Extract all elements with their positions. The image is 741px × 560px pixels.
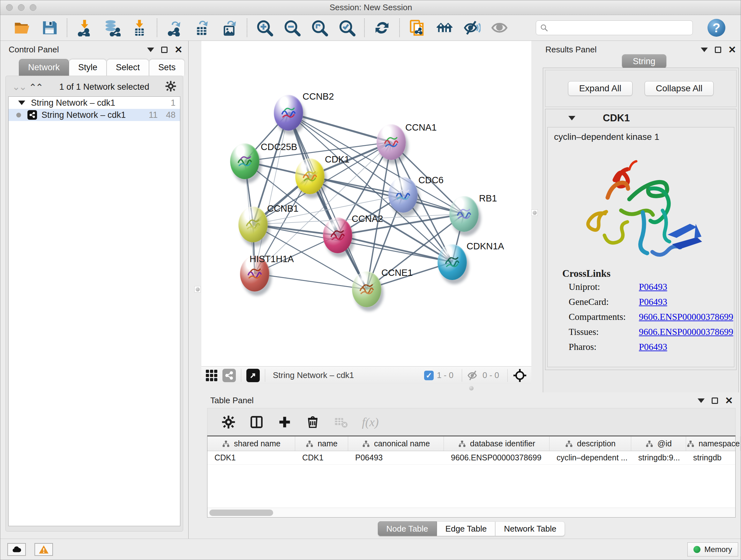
hide-glass-eye-button[interactable] [463, 19, 481, 37]
crosslink-link[interactable]: 9606.ENSP00000378699 [639, 327, 733, 337]
table-options-gear-icon[interactable] [221, 415, 235, 429]
table-row[interactable]: CDK1CDK1P064939606.ENSP00000378699cyclin… [207, 451, 735, 464]
table-horizontal-scrollbar[interactable] [207, 508, 735, 517]
crosslink-link[interactable]: 9606.ENSP00000378699 [639, 312, 733, 322]
birds-eye-view-icon[interactable] [206, 370, 217, 381]
network-node-CCNA1[interactable] [377, 124, 406, 160]
tab-network-table[interactable]: Network Table [495, 521, 565, 536]
import-network-from-database-button[interactable] [103, 19, 121, 37]
network-node-CCNB2[interactable] [274, 95, 303, 131]
panel-float-icon[interactable] [712, 397, 718, 404]
column-header-@id[interactable]: @id [631, 436, 686, 451]
table-cell[interactable]: P06493 [348, 451, 444, 464]
tab-sets[interactable]: Sets [149, 59, 185, 76]
import-table-button[interactable] [131, 19, 148, 37]
crosslink-link[interactable]: P06493 [639, 282, 667, 292]
network-collection-row[interactable]: String Network – cdk1 1 [9, 97, 180, 109]
collapse-all-icon[interactable]: ⌄⌄ [12, 83, 25, 91]
column-header-namespace[interactable]: namespace [686, 436, 740, 451]
column-header-description[interactable]: description [549, 436, 631, 451]
tab-network[interactable]: Network [19, 59, 69, 76]
panel-close-icon[interactable]: ✕ [728, 47, 736, 53]
network-edge-CCNB2-HIST1H1A[interactable] [255, 113, 288, 273]
tab-node-table[interactable]: Node Table [378, 521, 437, 536]
panel-menu-icon[interactable] [701, 48, 708, 52]
table-cell[interactable]: stringdb:9... [631, 451, 686, 464]
column-header-shared-name[interactable]: shared name [207, 436, 295, 451]
close-window-icon[interactable] [6, 4, 13, 11]
show-eye-button[interactable] [490, 19, 509, 37]
zoom-window-icon[interactable] [30, 4, 37, 11]
panel-close-icon[interactable]: ✕ [725, 397, 733, 404]
cloud-button[interactable] [7, 543, 26, 556]
network-edge-HIST1H1A-CCNE1[interactable] [255, 273, 367, 289]
string-home-button[interactable] [435, 19, 454, 37]
collapse-gene-icon[interactable] [568, 116, 576, 120]
network-node-RB1[interactable] [449, 196, 479, 232]
zoom-out-button[interactable] [283, 19, 301, 37]
collapse-tree-icon[interactable] [18, 101, 25, 105]
network-node-CDC25B[interactable] [230, 143, 259, 179]
export-table-button[interactable] [193, 19, 211, 37]
network-row-selected[interactable]: String Network – cdk1 11 48 [9, 109, 180, 121]
panel-float-icon[interactable] [161, 47, 167, 53]
help-icon[interactable]: ? [708, 19, 725, 37]
network-overview-icon[interactable] [222, 369, 236, 382]
memory-button[interactable]: Memory [687, 543, 738, 557]
panel-menu-icon[interactable] [147, 48, 154, 52]
table-cell[interactable]: CDK1 [295, 451, 348, 464]
crosslink-link[interactable]: P06493 [639, 341, 667, 352]
panel-close-icon[interactable]: ✕ [175, 47, 183, 53]
delete-column-trash-icon[interactable] [306, 415, 320, 429]
expand-all-button[interactable]: Expand All [568, 81, 632, 96]
network-node-CDC6[interactable] [388, 177, 418, 212]
zoom-selected-button[interactable] [338, 19, 356, 37]
crosslink-link[interactable]: P06493 [639, 297, 667, 307]
minimize-window-icon[interactable] [18, 4, 24, 11]
export-image-button[interactable] [220, 19, 239, 37]
table-cell[interactable]: CDK1 [207, 451, 295, 464]
table-cell[interactable]: 9606.ENSP00000378699 [444, 451, 549, 464]
create-column-plus-icon[interactable] [278, 415, 292, 429]
right-splitter[interactable] [531, 41, 540, 384]
show-columns-icon[interactable] [250, 415, 264, 429]
export-network-button[interactable] [165, 19, 184, 37]
warnings-button[interactable] [35, 543, 53, 556]
column-header-canonical-name[interactable]: canonical name [348, 436, 444, 451]
search-input[interactable] [548, 23, 685, 32]
network-canvas[interactable]: CCNB2 CCNA1 CDC25B CDK1 CDC6 [201, 41, 531, 366]
refresh-styles-button[interactable] [373, 19, 391, 37]
collapse-all-button[interactable]: Collapse All [645, 81, 714, 96]
left-splitter-handle[interactable] [194, 286, 201, 293]
column-header-name[interactable]: name [295, 436, 348, 451]
open-session-button[interactable] [13, 19, 31, 37]
table-cell[interactable]: stringdb [686, 451, 740, 464]
tab-style[interactable]: Style [69, 59, 107, 76]
network-node-CCNA2[interactable] [323, 217, 352, 253]
tab-string[interactable]: String [622, 54, 666, 68]
expand-all-icon[interactable]: ⌄⌄ [30, 83, 44, 91]
clone-network-button[interactable] [408, 19, 426, 37]
zoom-fit-button[interactable] [311, 19, 328, 37]
tab-edge-table[interactable]: Edge Table [437, 521, 495, 536]
network-edge-CCNB2-CCNE1[interactable] [288, 113, 367, 289]
tab-select[interactable]: Select [107, 59, 149, 76]
zoom-in-button[interactable] [256, 19, 273, 37]
scrollbar-thumb[interactable] [209, 509, 273, 516]
function-builder-fx[interactable]: f(x) [362, 415, 379, 429]
network-options-gear-icon[interactable] [165, 80, 177, 93]
network-node-CCNB1[interactable] [239, 206, 268, 242]
network-node-CDKN1A[interactable] [437, 244, 467, 280]
right-splitter-handle[interactable] [531, 209, 538, 216]
horizontal-splitter-handle[interactable] [469, 386, 474, 390]
import-network-button[interactable] [76, 19, 93, 37]
delete-table-icon[interactable] [334, 415, 348, 429]
selection-mode-crosshair-icon[interactable] [513, 368, 527, 382]
panel-menu-icon[interactable] [697, 398, 704, 403]
hidden-items-eye-icon[interactable] [467, 369, 479, 381]
column-header-database-identifier[interactable]: database identifier [444, 436, 549, 451]
detach-view-icon[interactable] [246, 369, 260, 382]
search-box[interactable] [536, 20, 693, 35]
selected-items-checkbox-icon[interactable]: ✓ [424, 371, 434, 380]
save-session-button[interactable] [41, 19, 58, 37]
